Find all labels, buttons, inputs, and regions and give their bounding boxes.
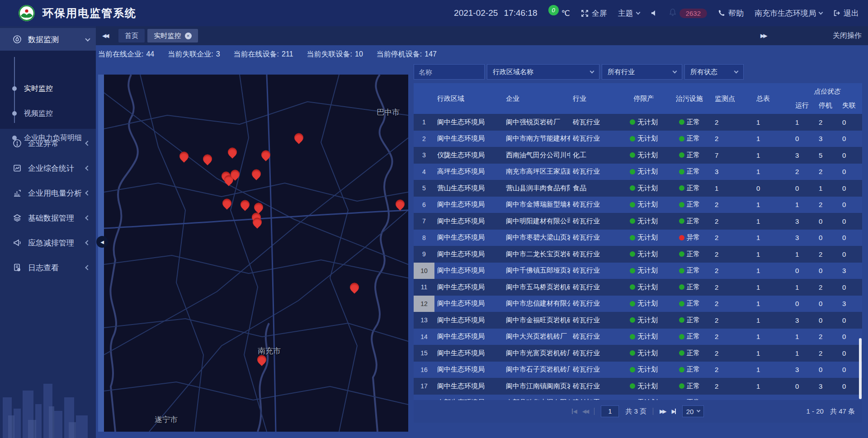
table-row[interactable]: 15阆中生态环境局阆中市光富页岩机砖厂砖瓦行业无计划正常21120 xyxy=(414,345,862,362)
table-row[interactable]: 6阆中生态环境局阆中市金博瑞新型墙材砖瓦行业无计划正常21120 xyxy=(414,197,862,213)
table-row[interactable]: 14阆中生态环境局阆中大兴页岩机砖厂砖瓦行业无计划正常21120 xyxy=(414,329,862,345)
cell-running: 1 xyxy=(792,197,815,213)
cell-limit: 无计划 xyxy=(620,114,668,131)
fullscreen-icon xyxy=(581,9,589,17)
prev-page-button[interactable]: ◀◀ xyxy=(582,408,588,414)
table-row[interactable]: 16阆中生态环境局阆中市石子页岩机砖厂砖瓦行业无计划正常21300 xyxy=(414,362,862,378)
table-row[interactable]: 10阆中生态环境局阆中千佛镇五郎垭页岩砖瓦行业无计划正常21003 xyxy=(414,263,862,279)
chevron-down-icon xyxy=(673,69,677,73)
status-dot xyxy=(679,301,684,306)
mute-button[interactable] xyxy=(651,9,658,17)
status-filter-select[interactable]: 所有状态 xyxy=(684,64,744,80)
table-row[interactable]: 18南部生态环境局南部县砖华水泥有限公建材加工无计划正常50050 xyxy=(414,395,862,400)
sidebar-item-data-monitoring[interactable]: 数据监测 xyxy=(0,28,96,51)
table-row[interactable]: 5营山生态环境局营山县润丰肉食品有限食品无计划正常10010 xyxy=(414,180,862,197)
cell-num: 3 xyxy=(414,147,434,164)
right-panel: 行政区域名称 所有行业 所有状态 行政区域 企业 行业 停限产 治污设施 监测点… xyxy=(414,64,862,423)
fullscreen-button[interactable]: 全屏 xyxy=(581,8,607,19)
sidebar-item-base-data[interactable]: 基础数据管理 xyxy=(0,208,96,228)
close-tab-icon[interactable]: × xyxy=(185,33,192,39)
table-row[interactable]: 9阆中生态环境局阆中市二龙长宝页岩砖砖瓦行业无计划正常21120 xyxy=(414,246,862,263)
cell-num: 12 xyxy=(414,296,434,312)
cell-points: 7 xyxy=(711,147,753,164)
table-row[interactable]: 1阆中生态环境局阆中强锐页岩砖厂砖瓦行业无计划正常21120 xyxy=(414,114,862,131)
cell-facility: 正常 xyxy=(668,114,711,131)
cell-num: 1 xyxy=(414,114,434,131)
first-page-button[interactable]: ◀ xyxy=(572,408,576,414)
table-row[interactable]: 8阆中生态环境局阆中市枣碧大梁山页岩砖瓦行业无计划异常21300 xyxy=(414,230,862,246)
last-page-button[interactable]: ▶ xyxy=(671,408,675,414)
sidebar-item-video-monitoring[interactable]: 视频监控 xyxy=(0,107,96,120)
cell-facility: 正常 xyxy=(668,131,711,147)
scrollbar-thumb[interactable] xyxy=(859,338,862,399)
cell-points: 1 xyxy=(711,180,753,197)
cell-lost: 0 xyxy=(839,312,862,329)
cell-lost: 0 xyxy=(839,230,862,246)
map-city-label: 南充市 xyxy=(258,346,281,356)
stat-online-companies: 当前在线企业:44 xyxy=(98,50,154,59)
table-row[interactable]: 4高坪生态环境局南充市高坪区王家店建砖瓦行业无计划正常31220 xyxy=(414,164,862,180)
next-page-button[interactable]: ▶▶ xyxy=(660,408,665,414)
cell-num: 18 xyxy=(414,395,434,400)
region-filter-select[interactable]: 行政区域名称 xyxy=(487,64,599,80)
page-number-input[interactable] xyxy=(601,405,619,417)
tab-scroll-right-icon[interactable]: ▶▶ xyxy=(760,26,766,45)
status-dot xyxy=(679,268,684,273)
table-row[interactable]: 2阆中生态环境局阆中市南方节能建材有砖瓦行业无计划正常21030 xyxy=(414,131,862,147)
tab-scroll-left-icon[interactable]: ◀◀ xyxy=(102,26,108,45)
cell-industry: 砖瓦行业 xyxy=(570,197,620,213)
notifications-button[interactable]: 2632 xyxy=(669,8,707,18)
theme-dropdown[interactable]: 主题 xyxy=(618,8,640,19)
map-city-label: 巴中市 xyxy=(377,107,400,118)
cell-limit: 无计划 xyxy=(620,378,668,395)
cell-num: 13 xyxy=(414,312,434,329)
cell-industry: 砖瓦行业 xyxy=(570,345,620,362)
table-row[interactable]: 13阆中生态环境局阆中市金福旺页岩机砖砖瓦行业无计划正常21300 xyxy=(414,312,862,329)
cell-num: 14 xyxy=(414,329,434,345)
cell-meters: 1 xyxy=(753,296,792,312)
cell-running: 1 xyxy=(792,279,815,296)
cell-meters: 1 xyxy=(753,279,792,296)
table-row[interactable]: 7阆中生态环境局阆中明阳建材有限公司砖瓦行业无计划正常21300 xyxy=(414,213,862,230)
sidebar-item-power-analysis[interactable]: 企业用电量分析 xyxy=(0,183,96,203)
page-size-select[interactable]: 20 xyxy=(682,405,704,417)
status-dot xyxy=(630,136,635,141)
table-row[interactable]: 12阆中生态环境局阆中市忠信建材有限公砖瓦行业无计划正常21003 xyxy=(414,296,862,312)
tab-home[interactable]: 首页 xyxy=(118,29,145,42)
help-button[interactable]: 帮助 xyxy=(718,8,744,19)
table-row[interactable]: 11阆中生态环境局阆中市五马桥页岩机砖砖瓦行业无计划正常21120 xyxy=(414,279,862,296)
org-dropdown[interactable]: 南充市生态环境局 xyxy=(755,8,822,19)
table-row[interactable]: 17阆中生态环境局阆中市江南镇阆南页岩砖瓦行业无计划正常21030 xyxy=(414,378,862,395)
cell-meters: 1 xyxy=(753,246,792,263)
logout-button[interactable]: 退出 xyxy=(833,8,859,19)
app-logo-icon xyxy=(18,5,35,22)
sidebar-item-log-view[interactable]: 日志查看 xyxy=(0,258,96,278)
cell-stopped: 0 xyxy=(815,263,839,279)
cell-running: 1 xyxy=(792,246,815,263)
map-collapse-button[interactable]: ◀ xyxy=(96,236,108,248)
sidebar-item-emergency-reduction[interactable]: 应急减排管理 xyxy=(0,233,96,253)
alert-circle-icon xyxy=(13,139,22,148)
tab-realtime-monitoring[interactable]: 实时监控 × xyxy=(147,29,198,42)
cell-points: 2 xyxy=(711,197,753,213)
name-filter-input[interactable] xyxy=(414,64,485,80)
industry-filter-select[interactable]: 所有行业 xyxy=(602,64,682,80)
cell-stopped: 0 xyxy=(815,296,839,312)
sidebar-item-realtime-monitoring[interactable]: 实时监控 xyxy=(0,82,96,95)
cell-num: 5 xyxy=(414,180,434,197)
bell-icon xyxy=(669,8,677,18)
gauge-icon xyxy=(13,35,22,44)
status-dot xyxy=(630,334,635,339)
sidebar-item-company-statistics[interactable]: 企业综合统计 xyxy=(0,158,96,178)
column-header-lost: 失联 xyxy=(839,97,862,114)
cell-points: 5 xyxy=(711,395,753,400)
cell-limit: 无计划 xyxy=(620,362,668,378)
map-panel[interactable]: 巴中市南充市遂宁市 xyxy=(104,75,408,432)
status-dot xyxy=(630,301,635,306)
table-row[interactable]: 3仪陇生态环境局西南油气田分公司川中化工无计划正常71350 xyxy=(414,147,862,164)
sidebar-item-company-abnormal[interactable]: 企业异常 xyxy=(0,133,96,153)
close-operations-button[interactable]: 关闭操作 xyxy=(833,26,862,45)
chevron-down-icon xyxy=(590,69,594,73)
status-dot xyxy=(679,317,684,323)
cell-company: 南充市高坪区王家店建 xyxy=(503,164,570,180)
